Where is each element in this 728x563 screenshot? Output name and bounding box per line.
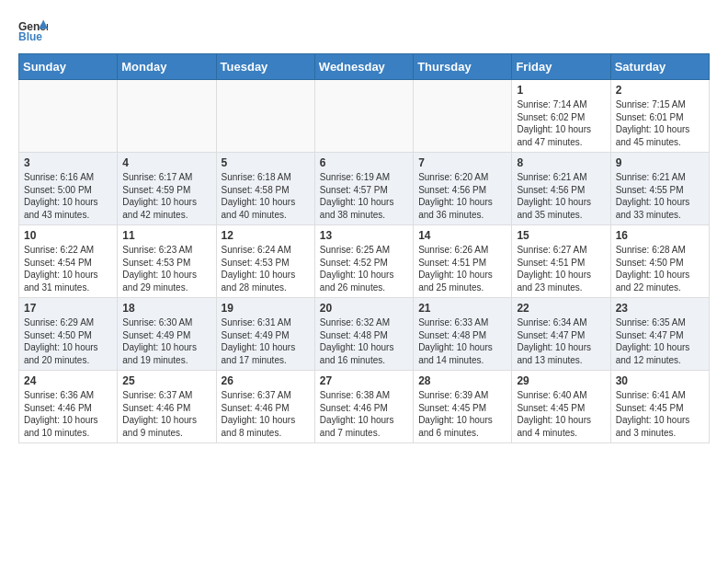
day-number: 10: [24, 229, 112, 242]
day-number: 7: [418, 156, 506, 169]
day-info: Sunrise: 6:17 AM Sunset: 4:59 PM Dayligh…: [122, 171, 210, 221]
day-info: Sunrise: 6:32 AM Sunset: 4:48 PM Dayligh…: [320, 316, 408, 366]
calendar-cell: 7Sunrise: 6:20 AM Sunset: 4:56 PM Daylig…: [414, 153, 512, 225]
calendar-cell: 8Sunrise: 6:21 AM Sunset: 4:56 PM Daylig…: [512, 153, 610, 225]
day-number: 14: [418, 229, 506, 242]
calendar-cell: 17Sunrise: 6:29 AM Sunset: 4:50 PM Dayli…: [19, 298, 118, 371]
day-info: Sunrise: 6:23 AM Sunset: 4:53 PM Dayligh…: [122, 244, 210, 293]
day-info: Sunrise: 6:39 AM Sunset: 4:45 PM Dayligh…: [418, 389, 506, 439]
calendar-cell: 13Sunrise: 6:25 AM Sunset: 4:52 PM Dayli…: [314, 225, 413, 298]
day-number: 9: [616, 156, 704, 169]
calendar-week-row: 3Sunrise: 6:16 AM Sunset: 5:00 PM Daylig…: [19, 153, 710, 225]
day-info: Sunrise: 6:40 AM Sunset: 4:45 PM Dayligh…: [517, 389, 605, 439]
weekday-header: Wednesday: [314, 54, 413, 80]
day-info: Sunrise: 6:35 AM Sunset: 4:47 PM Dayligh…: [616, 316, 704, 366]
day-info: Sunrise: 6:22 AM Sunset: 4:54 PM Dayligh…: [24, 244, 112, 293]
day-info: Sunrise: 6:21 AM Sunset: 4:56 PM Dayligh…: [517, 171, 605, 221]
calendar-cell: [118, 80, 216, 153]
day-info: Sunrise: 6:34 AM Sunset: 4:47 PM Dayligh…: [517, 316, 605, 366]
calendar-table: SundayMondayTuesdayWednesdayThursdayFrid…: [18, 53, 710, 443]
header: General Blue: [18, 18, 710, 44]
calendar-cell: 26Sunrise: 6:37 AM Sunset: 4:46 PM Dayli…: [216, 371, 314, 443]
day-number: 12: [222, 229, 310, 242]
day-number: 1: [517, 84, 605, 97]
day-info: Sunrise: 7:15 AM Sunset: 6:01 PM Dayligh…: [616, 98, 704, 148]
weekday-header: Tuesday: [216, 54, 314, 80]
calendar-cell: [314, 80, 413, 153]
logo: General Blue: [18, 18, 48, 44]
day-info: Sunrise: 6:30 AM Sunset: 4:49 PM Dayligh…: [122, 316, 210, 366]
calendar-cell: 2Sunrise: 7:15 AM Sunset: 6:01 PM Daylig…: [610, 80, 709, 153]
day-number: 11: [122, 229, 210, 242]
calendar-cell: 28Sunrise: 6:39 AM Sunset: 4:45 PM Dayli…: [414, 371, 512, 443]
weekday-header: Thursday: [414, 54, 512, 80]
calendar-cell: 1Sunrise: 7:14 AM Sunset: 6:02 PM Daylig…: [512, 80, 610, 153]
svg-text:Blue: Blue: [18, 30, 42, 43]
day-number: 29: [517, 374, 605, 387]
day-number: 15: [517, 229, 605, 242]
day-number: 17: [24, 302, 112, 315]
day-number: 16: [616, 229, 704, 242]
calendar-cell: [414, 80, 512, 153]
calendar-week-row: 10Sunrise: 6:22 AM Sunset: 4:54 PM Dayli…: [19, 225, 710, 298]
day-number: 3: [24, 156, 112, 169]
logo-icon: General Blue: [18, 18, 48, 44]
day-number: 6: [320, 156, 408, 169]
day-info: Sunrise: 6:41 AM Sunset: 4:45 PM Dayligh…: [616, 389, 704, 439]
calendar-cell: 6Sunrise: 6:19 AM Sunset: 4:57 PM Daylig…: [314, 153, 413, 225]
calendar-cell: 12Sunrise: 6:24 AM Sunset: 4:53 PM Dayli…: [216, 225, 314, 298]
calendar-week-row: 1Sunrise: 7:14 AM Sunset: 6:02 PM Daylig…: [19, 80, 710, 153]
calendar-cell: 3Sunrise: 6:16 AM Sunset: 5:00 PM Daylig…: [19, 153, 118, 225]
day-info: Sunrise: 6:20 AM Sunset: 4:56 PM Dayligh…: [418, 171, 506, 221]
day-number: 21: [418, 302, 506, 315]
calendar-cell: 24Sunrise: 6:36 AM Sunset: 4:46 PM Dayli…: [19, 371, 118, 443]
day-info: Sunrise: 6:37 AM Sunset: 4:46 PM Dayligh…: [122, 389, 210, 439]
day-number: 25: [122, 374, 210, 387]
day-number: 8: [517, 156, 605, 169]
day-number: 13: [320, 229, 408, 242]
calendar-cell: 30Sunrise: 6:41 AM Sunset: 4:45 PM Dayli…: [610, 371, 709, 443]
calendar-week-row: 17Sunrise: 6:29 AM Sunset: 4:50 PM Dayli…: [19, 298, 710, 371]
day-number: 5: [222, 156, 310, 169]
day-number: 27: [320, 374, 408, 387]
day-number: 19: [222, 302, 310, 315]
weekday-header: Sunday: [19, 54, 118, 80]
day-info: Sunrise: 6:37 AM Sunset: 4:46 PM Dayligh…: [222, 389, 310, 439]
day-info: Sunrise: 6:18 AM Sunset: 4:58 PM Dayligh…: [222, 171, 310, 221]
weekday-header: Monday: [118, 54, 216, 80]
day-info: Sunrise: 6:28 AM Sunset: 4:50 PM Dayligh…: [616, 244, 704, 293]
day-info: Sunrise: 6:24 AM Sunset: 4:53 PM Dayligh…: [222, 244, 310, 293]
calendar-cell: 15Sunrise: 6:27 AM Sunset: 4:51 PM Dayli…: [512, 225, 610, 298]
calendar-cell: 25Sunrise: 6:37 AM Sunset: 4:46 PM Dayli…: [118, 371, 216, 443]
day-info: Sunrise: 6:38 AM Sunset: 4:46 PM Dayligh…: [320, 389, 408, 439]
calendar-cell: 22Sunrise: 6:34 AM Sunset: 4:47 PM Dayli…: [512, 298, 610, 371]
day-number: 28: [418, 374, 506, 387]
calendar-cell: 16Sunrise: 6:28 AM Sunset: 4:50 PM Dayli…: [610, 225, 709, 298]
calendar-cell: 5Sunrise: 6:18 AM Sunset: 4:58 PM Daylig…: [216, 153, 314, 225]
weekday-header: Saturday: [610, 54, 709, 80]
day-number: 4: [122, 156, 210, 169]
calendar-header-row: SundayMondayTuesdayWednesdayThursdayFrid…: [19, 54, 710, 80]
day-info: Sunrise: 6:21 AM Sunset: 4:55 PM Dayligh…: [616, 171, 704, 221]
day-info: Sunrise: 6:29 AM Sunset: 4:50 PM Dayligh…: [24, 316, 112, 366]
calendar-cell: [216, 80, 314, 153]
day-number: 24: [24, 374, 112, 387]
calendar-cell: 29Sunrise: 6:40 AM Sunset: 4:45 PM Dayli…: [512, 371, 610, 443]
day-info: Sunrise: 6:33 AM Sunset: 4:48 PM Dayligh…: [418, 316, 506, 366]
calendar-cell: 10Sunrise: 6:22 AM Sunset: 4:54 PM Dayli…: [19, 225, 118, 298]
day-info: Sunrise: 6:19 AM Sunset: 4:57 PM Dayligh…: [320, 171, 408, 221]
day-info: Sunrise: 6:16 AM Sunset: 5:00 PM Dayligh…: [24, 171, 112, 221]
calendar-week-row: 24Sunrise: 6:36 AM Sunset: 4:46 PM Dayli…: [19, 371, 710, 443]
calendar-cell: 23Sunrise: 6:35 AM Sunset: 4:47 PM Dayli…: [610, 298, 709, 371]
day-info: Sunrise: 6:25 AM Sunset: 4:52 PM Dayligh…: [320, 244, 408, 293]
day-info: Sunrise: 6:36 AM Sunset: 4:46 PM Dayligh…: [24, 389, 112, 439]
calendar-cell: 18Sunrise: 6:30 AM Sunset: 4:49 PM Dayli…: [118, 298, 216, 371]
day-info: Sunrise: 6:26 AM Sunset: 4:51 PM Dayligh…: [418, 244, 506, 293]
calendar-cell: 21Sunrise: 6:33 AM Sunset: 4:48 PM Dayli…: [414, 298, 512, 371]
calendar-cell: 9Sunrise: 6:21 AM Sunset: 4:55 PM Daylig…: [610, 153, 709, 225]
calendar-cell: 11Sunrise: 6:23 AM Sunset: 4:53 PM Dayli…: [118, 225, 216, 298]
calendar-cell: 4Sunrise: 6:17 AM Sunset: 4:59 PM Daylig…: [118, 153, 216, 225]
weekday-header: Friday: [512, 54, 610, 80]
day-info: Sunrise: 6:31 AM Sunset: 4:49 PM Dayligh…: [222, 316, 310, 366]
calendar-cell: 27Sunrise: 6:38 AM Sunset: 4:46 PM Dayli…: [314, 371, 413, 443]
